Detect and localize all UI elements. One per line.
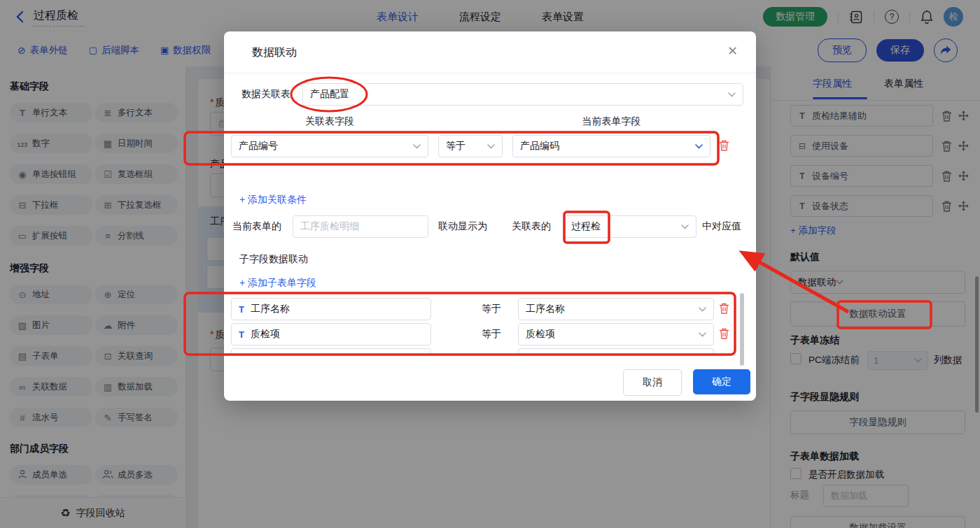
chevron-down-icon — [699, 332, 706, 337]
modal-scrollbar[interactable] — [740, 293, 744, 366]
display-row-relation-label: 关联表的 — [512, 220, 551, 233]
cancel-button[interactable]: 取消 — [623, 369, 682, 396]
condition-operator-select[interactable]: 等于 — [438, 135, 503, 157]
relation-value-select[interactable]: 过程检 — [564, 215, 696, 238]
column-header-right: 当前表单字段 — [512, 115, 710, 128]
app-root: 过程质检 表单设计流程设定表单设置 数据管理 ? 检 ⊘表单外链▢后端脚本▣数据… — [0, 0, 980, 528]
trash-icon[interactable] — [719, 303, 729, 317]
display-row-prefix: 当前表单的 — [232, 220, 281, 233]
divider — [224, 73, 756, 73]
data-linkage-modal: 数据联动 ✕ 数据关联表 产品配置 关联表字段 当前表单字段 产品编号 等于 产… — [224, 31, 756, 401]
subfield-name-box[interactable] — [231, 348, 431, 355]
trash-icon[interactable] — [719, 328, 729, 342]
relation-table-select[interactable]: 产品配置 — [302, 83, 743, 106]
subfield-row-partial — [224, 348, 756, 355]
chevron-down-icon — [681, 224, 689, 229]
condition-right-select[interactable]: 产品编码 — [512, 135, 710, 157]
subfield-name-box[interactable]: T工序名称 — [231, 298, 431, 320]
condition-left-select[interactable]: 产品编号 — [231, 135, 428, 157]
text-icon: T — [239, 304, 244, 315]
chevron-down-icon — [413, 144, 421, 149]
subfield-name-box[interactable]: T质检项 — [231, 323, 431, 345]
operator-text: 等于 — [482, 303, 501, 315]
subfield-value-select[interactable]: 质检项 — [518, 323, 714, 345]
display-field-input[interactable]: 工序质检明细 — [293, 215, 428, 238]
operator-text: 等于 — [482, 328, 501, 341]
trash-icon[interactable] — [719, 140, 729, 154]
confirm-button[interactable]: 确定 — [693, 369, 750, 394]
add-condition-link[interactable]: + 添加关联条件 — [239, 194, 307, 206]
text-icon: T — [239, 329, 244, 340]
close-icon[interactable]: ✕ — [727, 43, 738, 59]
display-row-middle: 联动显示为 — [438, 220, 487, 233]
column-header-left: 关联表字段 — [231, 115, 428, 128]
chevron-down-icon — [728, 92, 736, 97]
display-row-suffix: 中对应值 — [702, 220, 741, 233]
chevron-down-icon — [699, 307, 706, 312]
subfield-section-title: 子字段数据联动 — [239, 253, 308, 266]
add-subfield-link[interactable]: + 添加子表单字段 — [239, 277, 316, 290]
modal-title: 数据联动 — [252, 45, 297, 60]
relation-table-label: 数据关联表 — [241, 88, 290, 101]
chevron-down-icon — [695, 144, 703, 149]
subfield-value-select[interactable]: 工序名称 — [518, 298, 714, 320]
chevron-down-icon — [487, 144, 495, 149]
subfield-value-select[interactable] — [518, 348, 714, 355]
